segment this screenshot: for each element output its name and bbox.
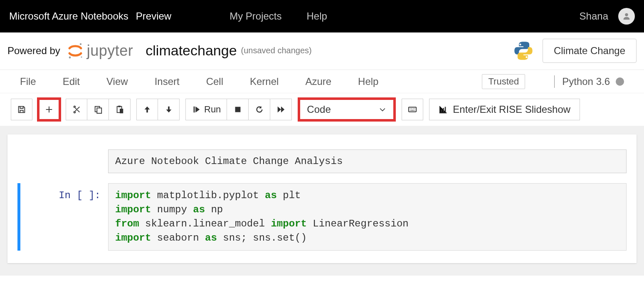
menu-cell[interactable]: Cell	[206, 76, 223, 87]
code-cell[interactable]: In [ ]: import matplotlib.pyplot as plti…	[17, 183, 627, 251]
stop-button[interactable]	[227, 99, 249, 120]
chevron-down-icon	[378, 105, 387, 114]
move-down-button[interactable]	[158, 99, 180, 120]
jupyter-text: jupyter	[87, 42, 133, 60]
save-button[interactable]	[11, 99, 32, 120]
save-status: (unsaved changes)	[241, 46, 312, 55]
svg-rect-5	[97, 108, 101, 113]
input-prompt: In [ ]:	[20, 183, 108, 251]
svg-rect-7	[118, 106, 121, 107]
move-up-button[interactable]	[136, 99, 158, 120]
user-icon	[622, 12, 631, 21]
kernel-select-button[interactable]: Climate Change	[543, 39, 637, 63]
svg-point-2	[69, 56, 71, 58]
stop-icon	[233, 105, 242, 114]
svg-rect-8	[120, 109, 123, 113]
svg-rect-11	[441, 109, 442, 112]
menu-help[interactable]: Help	[358, 76, 378, 87]
keyboard-icon	[408, 105, 417, 114]
toolbar: Run Code Enter/Exit RISE Slideshow	[0, 93, 644, 126]
bar-chart-icon	[439, 105, 448, 114]
paste-button[interactable]	[109, 99, 131, 120]
run-icon	[192, 105, 201, 114]
notebook-title[interactable]: climatechange	[146, 42, 237, 59]
svg-rect-13	[445, 107, 446, 112]
menu-insert[interactable]: Insert	[155, 76, 180, 87]
arrow-down-icon	[164, 105, 173, 114]
arrow-up-icon	[143, 105, 152, 114]
notebook-container: Azure Notebook Climate Change Analysis I…	[7, 134, 637, 263]
kernel-name[interactable]: Python 3.6	[562, 76, 610, 87]
kernel-status-indicator[interactable]	[616, 77, 624, 86]
trusted-indicator[interactable]: Trusted	[482, 74, 525, 89]
svg-point-1	[80, 43, 81, 45]
run-label: Run	[204, 104, 221, 115]
svg-rect-10	[409, 107, 416, 112]
fast-forward-icon	[276, 105, 286, 114]
top-header: Microsoft Azure Notebooks Preview My Pro…	[0, 0, 644, 32]
copy-icon	[94, 105, 103, 114]
cut-button[interactable]	[66, 99, 87, 120]
menu-azure[interactable]: Azure	[305, 76, 331, 87]
restart-button[interactable]	[249, 99, 270, 120]
nav-my-projects[interactable]: My Projects	[229, 10, 281, 22]
cell-type-value: Code	[307, 104, 331, 115]
scissors-icon	[72, 105, 81, 114]
raw-cell[interactable]: Azure Notebook Climate Change Analysis	[108, 149, 627, 173]
user-avatar[interactable]	[618, 8, 635, 25]
rise-label: Enter/Exit RISE Slideshow	[453, 104, 570, 115]
copy-button[interactable]	[87, 99, 109, 120]
jupyter-logo[interactable]: jupyter	[66, 42, 133, 60]
notebook-area: Azure Notebook Climate Change Analysis I…	[0, 126, 644, 276]
menu-separator	[554, 75, 555, 88]
code-input[interactable]: import matplotlib.pyplot as pltimport nu…	[108, 183, 627, 251]
menu-edit[interactable]: Edit	[63, 76, 80, 87]
brand-label: Microsoft Azure Notebooks	[9, 10, 128, 22]
menu-kernel[interactable]: Kernel	[250, 76, 279, 87]
menu-bar: File Edit View Insert Cell Kernel Azure …	[0, 70, 644, 93]
command-palette-button[interactable]	[402, 99, 423, 120]
svg-rect-12	[443, 108, 444, 112]
plus-icon	[44, 105, 54, 114]
svg-rect-9	[235, 107, 240, 112]
add-cell-button[interactable]	[38, 99, 60, 120]
restart-run-all-button[interactable]	[270, 99, 292, 120]
user-name[interactable]: Shana	[580, 10, 608, 22]
svg-point-0	[625, 13, 628, 16]
restart-icon	[255, 105, 264, 114]
menu-view[interactable]: View	[106, 76, 128, 87]
preview-label: Preview	[136, 10, 171, 22]
jupyter-header: Powered by jupyter climatechange (unsave…	[0, 32, 644, 70]
cell-type-dropdown[interactable]: Code	[298, 97, 396, 122]
menu-file[interactable]: File	[20, 76, 36, 87]
cell-selection-bar	[17, 183, 20, 251]
paste-icon	[115, 105, 124, 114]
run-button[interactable]: Run	[185, 99, 227, 120]
jupyter-icon	[66, 42, 84, 60]
powered-by-label: Powered by	[7, 45, 60, 57]
nav-help[interactable]: Help	[307, 10, 327, 22]
save-icon	[17, 105, 26, 114]
python-icon	[513, 40, 534, 62]
rise-slideshow-button[interactable]: Enter/Exit RISE Slideshow	[429, 99, 580, 120]
svg-point-3	[81, 56, 82, 57]
top-nav: My Projects Help	[229, 10, 327, 22]
